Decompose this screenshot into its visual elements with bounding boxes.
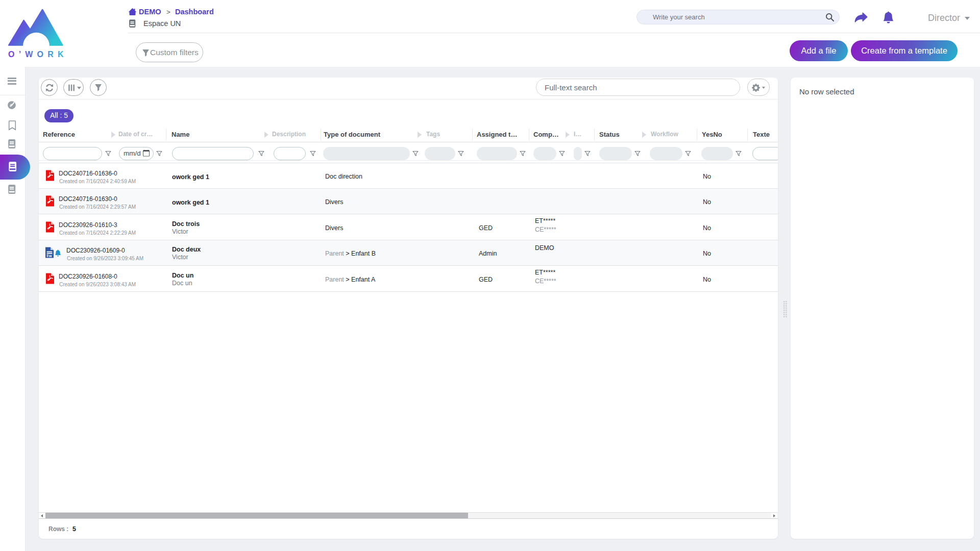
svg-text:w: w	[48, 254, 52, 258]
svg-text:O’WORK: O’WORK	[8, 50, 64, 59]
